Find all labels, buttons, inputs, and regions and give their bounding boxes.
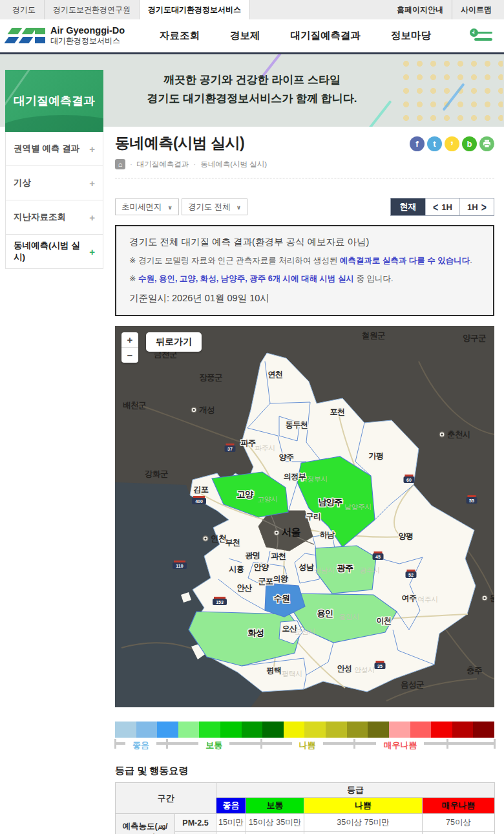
tab-air-info-service[interactable]: 경기도대기환경정보서비스: [139, 0, 250, 19]
map-canvas[interactable]: 376055455211040015335파주시고양시남양주시의정부시성남시광주…: [115, 326, 494, 707]
sidebar-item-neighborhood-forecast[interactable]: 동네예측(시범 실시) +: [5, 234, 103, 269]
expand-plus-icon[interactable]: +: [89, 246, 95, 257]
homepage-guide-link[interactable]: 홈페이지안내: [388, 0, 452, 19]
map-label-양평: 양평: [399, 531, 414, 540]
map-label-원: 원: [490, 593, 494, 603]
nav-forecast-result[interactable]: 대기질예측결과: [284, 27, 368, 45]
band-share-icon[interactable]: b: [462, 136, 477, 151]
pm10-very-bad-range: 150이상: [423, 832, 495, 834]
zoom-in-button[interactable]: +: [121, 332, 138, 347]
nav-alert-system[interactable]: 경보제: [224, 27, 267, 45]
legend-color-segment: [473, 722, 494, 738]
tab-health-env-institute[interactable]: 경기도보건환경연구원: [44, 0, 139, 19]
pm10-good-range: 30미만: [216, 832, 246, 834]
map-label-오산: 오산: [282, 624, 298, 633]
legend-tick: [114, 739, 116, 749]
concentration-label: 예측농도(㎍/㎥,1일): [116, 814, 175, 834]
pm10-row-label: PM-10: [175, 832, 216, 834]
notice-title: 경기도 전체 대기질 예측 결과(환경부 공식 예보자료 아님): [129, 236, 480, 248]
map-label-가평: 가평: [369, 451, 384, 460]
map-label-안산: 안산: [237, 583, 253, 592]
dashed-divider: [115, 178, 494, 178]
map-label-성남시: 성남시: [314, 566, 335, 574]
sidebar-item-regional-forecast[interactable]: 권역별 예측 결과 +: [5, 131, 103, 166]
legend-color-segment: [199, 722, 220, 738]
pm10-moderate-range: 30이상 80미만: [246, 832, 304, 834]
map-label-여주: 여주: [402, 593, 417, 603]
time-next-hour-button[interactable]: 1H >: [459, 198, 494, 215]
breadcrumb-item-current: 동네예측(시범 실시): [200, 160, 267, 169]
legend-tick: [446, 739, 448, 749]
print-icon[interactable]: [479, 136, 494, 151]
map-zoom-control: + −: [121, 332, 138, 363]
map-label-하남: 하남: [320, 530, 335, 539]
legend-color-segment: [452, 722, 474, 738]
legend-color-segment: [431, 722, 452, 738]
kakaostory-share-icon[interactable]: ’: [445, 136, 459, 151]
map-label-오산시: 오산시: [295, 628, 315, 636]
legend-color-segment: [157, 722, 178, 738]
expand-plus-icon[interactable]: +: [89, 144, 95, 155]
main-nav: 자료조회 경보제 대기질예측결과 정보마당: [153, 27, 437, 45]
aqi-legend: 좋음보통나쁨매우나쁨: [115, 722, 494, 756]
logo-mark-icon: [6, 27, 46, 44]
legend-color-segment: [389, 722, 410, 738]
twitter-share-icon[interactable]: t: [427, 136, 442, 151]
pm25-good-range: 15미만: [216, 814, 246, 832]
road-shield: 400: [195, 499, 203, 504]
logo[interactable]: Air Gyeonggi-Do 대기환경정보서비스: [6, 25, 126, 47]
left-arrow-icon: <: [433, 200, 438, 214]
sidebar-item-weather[interactable]: 기상 +: [5, 166, 103, 200]
sidebar-item-past-data[interactable]: 지난자료조회 +: [5, 200, 103, 235]
time-prev-hour-button[interactable]: < 1H: [425, 198, 459, 215]
time-current-button[interactable]: 현재: [391, 198, 425, 215]
expand-plus-icon[interactable]: +: [89, 212, 95, 223]
tab-gyeonggi[interactable]: 경기도: [4, 0, 44, 19]
grade-table-title: 등급 및 행동요령: [115, 765, 494, 777]
pollutant-select[interactable]: 초미세먼지: [115, 198, 179, 215]
legend-tick: [166, 739, 168, 749]
pm25-bad-range: 35이상 75미만: [304, 814, 423, 832]
road-shield: 55: [469, 498, 474, 503]
map-label-포천: 포천: [330, 407, 345, 416]
legend-label-매우나쁨: 매우나쁨: [376, 738, 424, 753]
map-label-의왕: 의왕: [273, 574, 289, 583]
notice-line-2: ※ 수원, 용인, 고양, 화성, 남양주, 광주 6개 시에 대해 시범 실시…: [129, 273, 480, 284]
map-label-안성: 안성: [337, 664, 352, 673]
breadcrumb: ⌂ · 대기질예측결과 · 동네예측(시범 실시): [115, 159, 494, 169]
map-label-평택시: 평택시: [282, 670, 302, 678]
expand-plus-icon[interactable]: +: [89, 178, 95, 189]
nav-info-plaza[interactable]: 정보마당: [384, 27, 437, 45]
legend-color-segment: [410, 722, 432, 738]
map-back-button[interactable]: 뒤로가기: [146, 332, 202, 352]
nav-data-lookup[interactable]: 자료조회: [153, 27, 206, 45]
forecast-map[interactable]: 376055455211040015335파주시고양시남양주시의정부시성남시광주…: [115, 326, 494, 707]
all-menu-button[interactable]: [473, 30, 492, 43]
map-label-용인시: 용인시: [339, 613, 359, 621]
sitemap-link[interactable]: 사이트맵: [452, 0, 500, 19]
map-label-동두천: 동두천: [286, 420, 308, 429]
map-label-안양: 안양: [254, 562, 269, 572]
plus-menu-icon: [473, 30, 492, 43]
road-shield: 35: [377, 664, 383, 668]
base-datetime: 기준일시: 2026년 01월 09일 10시: [129, 292, 480, 305]
map-label-광명: 광명: [246, 551, 260, 560]
grade-very-bad: 매우나쁨: [423, 798, 495, 814]
facebook-share-icon[interactable]: f: [410, 136, 425, 151]
section-title-box: 대기질예측결과: [5, 70, 103, 132]
home-icon[interactable]: ⌂: [115, 159, 125, 169]
chevron-down-icon: [162, 202, 173, 211]
legend-axis: 좋음보통나쁨매우나쁨: [115, 738, 494, 756]
map-label-광주시: 광주시: [359, 566, 380, 574]
region-select[interactable]: 경기도 전체: [182, 198, 247, 215]
breadcrumb-item[interactable]: 대기질예측결과: [137, 160, 189, 169]
map-label-음성군: 음성군: [401, 680, 424, 689]
zoom-out-button[interactable]: −: [121, 347, 138, 363]
filter-row: 초미세먼지 경기도 전체 현재 < 1H 1H >: [115, 198, 494, 216]
share-buttons: f t ’ b: [410, 136, 494, 151]
notice-line-1: ※ 경기도 모델링 자료와 인근 관측자료를 처리하여 생성된 예측결과로 실측…: [129, 255, 480, 266]
logo-subtitle: 대기환경정보서비스: [50, 36, 125, 47]
legend-color-segment: [262, 722, 284, 738]
grade-section: 등급 및 행동요령 구간 등급 좋음 보통 나쁨 매우나쁨 예측농도(㎍/㎥,1…: [115, 765, 494, 834]
pm25-moderate-range: 15이상 35미만: [246, 814, 304, 832]
